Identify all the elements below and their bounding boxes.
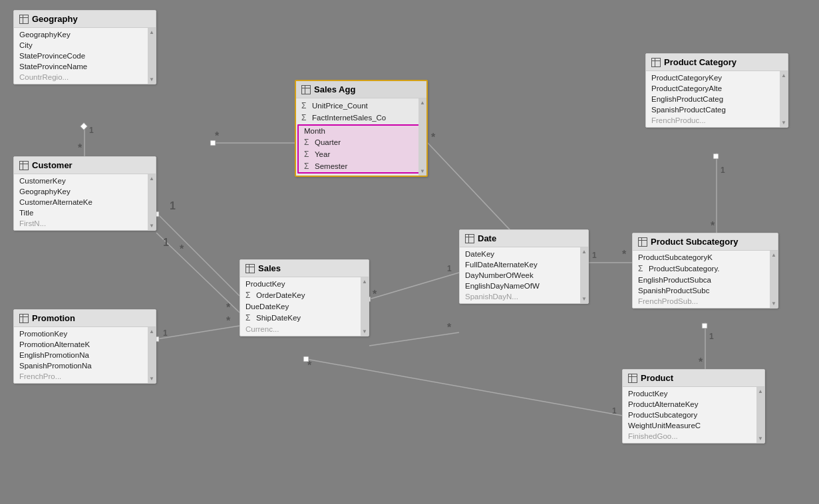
scroll-bar[interactable] — [770, 251, 778, 308]
promotion-table-body: PromotionKey PromotionAlternateK English… — [14, 327, 156, 383]
scroll-bar[interactable] — [756, 387, 764, 443]
product-subcategory-table-header: Product Subcategory — [633, 233, 778, 251]
table-row: StateProvinceName — [14, 61, 156, 72]
svg-text:1: 1 — [612, 406, 617, 416]
geography-title: Geography — [32, 14, 78, 24]
svg-line-8 — [156, 233, 240, 313]
geography-table-body: GeographyKey City StateProvinceCode Stat… — [14, 28, 156, 84]
table-row: GeographyKey — [14, 186, 156, 197]
table-row: ProductKey — [623, 388, 764, 399]
svg-rect-3 — [80, 122, 87, 130]
customer-table-header: Customer — [14, 157, 156, 174]
table-row-selected: Σ Semester — [299, 160, 424, 172]
svg-text:1: 1 — [721, 166, 725, 175]
product-title: Product — [641, 373, 673, 383]
svg-line-11 — [156, 326, 240, 339]
table-row: PromotionAlternateK — [14, 339, 156, 350]
sigma-icon: Σ — [304, 138, 312, 147]
svg-text:*: * — [447, 322, 452, 333]
table-row: ProductKey — [240, 279, 369, 289]
svg-text:*: * — [622, 249, 627, 260]
customer-title: Customer — [32, 160, 73, 170]
table-row: SpanishPromotionNa — [14, 360, 156, 371]
svg-text:*: * — [711, 220, 715, 231]
table-icon — [19, 15, 29, 24]
table-icon — [246, 264, 255, 273]
sales-table-header: Sales — [240, 260, 369, 277]
table-row: SpanishProductSubc — [633, 285, 778, 296]
table-row: StateProvinceCode — [14, 51, 156, 61]
scroll-bar[interactable] — [148, 28, 156, 84]
svg-text:*: * — [78, 142, 82, 154]
scroll-bar[interactable] — [361, 277, 369, 336]
svg-text:*: * — [373, 289, 377, 300]
sales-title: Sales — [258, 263, 281, 273]
table-icon — [651, 58, 661, 67]
svg-line-36 — [306, 359, 622, 416]
svg-text:1: 1 — [163, 237, 169, 248]
table-row: FullDateAlternateKey — [460, 259, 588, 270]
scroll-bar[interactable] — [580, 247, 588, 303]
product-category-title: Product Category — [664, 57, 737, 67]
svg-line-15 — [428, 143, 519, 239]
table-row: ProductSubcategory — [623, 410, 764, 420]
table-row: EnglishProductCateg — [646, 94, 788, 104]
table-row-selected: Σ Year — [299, 148, 424, 160]
sigma-icon: Σ — [304, 162, 312, 171]
table-row-selected: Σ Quarter — [299, 136, 424, 148]
geography-table-header: Geography — [14, 11, 156, 28]
product-table: Product ProductKey ProductAlternateKey P… — [622, 369, 765, 443]
table-row: Σ ProductSubcategory. — [633, 263, 778, 275]
table-row: FinishedGoo... — [623, 431, 764, 441]
table-row: WeightUnitMeasureC — [623, 420, 764, 431]
svg-text:*: * — [431, 132, 436, 143]
geography-table: Geography GeographyKey City StateProvinc… — [13, 10, 156, 84]
scroll-bar[interactable] — [418, 98, 426, 176]
svg-text:1: 1 — [170, 200, 176, 211]
sigma-icon: Σ — [304, 150, 312, 159]
svg-text:1: 1 — [447, 264, 452, 273]
product-category-table: Product Category ProductCategoryKey Prod… — [645, 53, 788, 128]
table-row: FrenchProdSub... — [633, 296, 778, 307]
table-row: SpanishProductCateg — [646, 104, 788, 115]
table-row: Σ ShipDateKey — [240, 312, 369, 324]
svg-text:*: * — [180, 243, 184, 255]
table-icon — [19, 314, 29, 323]
sales-agg-table-header: Sales Agg — [296, 81, 426, 98]
table-row: Σ OrderDateKey — [240, 289, 369, 301]
scroll-bar[interactable] — [148, 174, 156, 230]
svg-rect-42 — [210, 140, 216, 146]
table-row: ProductCategoryAlte — [646, 83, 788, 94]
sigma-icon: Σ — [246, 313, 253, 322]
scroll-bar[interactable] — [780, 71, 788, 127]
svg-text:*: * — [215, 130, 220, 142]
sales-agg-title: Sales Agg — [314, 84, 355, 94]
table-row: EnglishDayNameOfW — [460, 281, 588, 291]
table-icon — [638, 237, 647, 247]
date-table: Date DateKey FullDateAlternateKey DayNum… — [459, 229, 589, 304]
svg-text:*: * — [699, 356, 703, 368]
product-subcategory-table: Product Subcategory ProductSubcategoryK … — [632, 233, 778, 309]
table-row: Currenc... — [240, 324, 369, 334]
diagram-canvas: 1 * 1 * 1 * 1 * * 1 * 1 * 1 * — [0, 0, 819, 504]
table-row: Title — [14, 207, 156, 218]
sigma-icon: Σ — [301, 101, 309, 110]
product-table-body: ProductKey ProductAlternateKey ProductSu… — [623, 387, 764, 443]
svg-text:1: 1 — [709, 332, 714, 341]
date-table-body: DateKey FullDateAlternateKey DayNumberOf… — [460, 247, 588, 303]
table-row: Σ UnitPrice_Count — [296, 100, 426, 112]
svg-rect-35 — [702, 323, 707, 328]
table-row: DayNumberOfWeek — [460, 270, 588, 281]
table-row: DateKey — [460, 249, 588, 259]
promotion-table-header: Promotion — [14, 310, 156, 327]
table-row: CustomerKey — [14, 176, 156, 186]
table-row: FirstN... — [14, 218, 156, 229]
svg-line-4 — [156, 213, 240, 296]
svg-line-22 — [369, 332, 459, 346]
svg-rect-39 — [303, 356, 309, 362]
table-row: ProductAlternateKey — [623, 399, 764, 410]
table-row: EnglishProductSubca — [633, 275, 778, 285]
table-row: EnglishPromotionNa — [14, 350, 156, 360]
scroll-bar[interactable] — [148, 327, 156, 383]
table-row: FrenchProduc... — [646, 115, 788, 126]
